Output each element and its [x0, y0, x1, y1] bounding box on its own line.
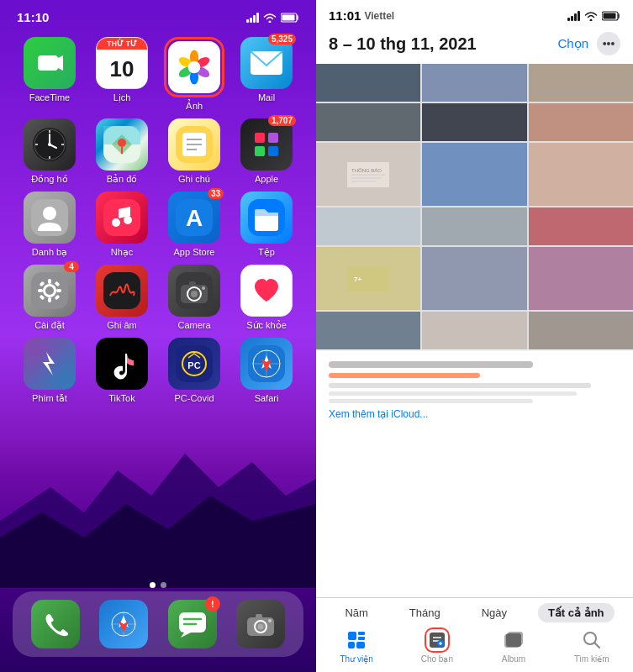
tab-for-you[interactable]: Cho bạn	[421, 627, 453, 664]
tab-bar: Năm Tháng Ngày Tất cả ảnh Thư viện	[316, 597, 633, 672]
svg-point-86	[258, 624, 264, 630]
svg-point-36	[43, 207, 56, 220]
svg-rect-48	[48, 297, 51, 302]
photo-cell-10[interactable]	[316, 207, 420, 245]
app-files[interactable]: Tệp	[234, 192, 299, 258]
tiktok-icon	[96, 338, 148, 390]
app-recorder[interactable]: Ghi âm	[89, 265, 155, 331]
photo-cell-11[interactable]	[422, 207, 526, 245]
tab-day[interactable]: Ngày	[472, 603, 517, 622]
app-apple[interactable]: 1,707 Apple	[234, 118, 299, 185]
contacts-label: Danh bạ	[32, 247, 67, 258]
carrier-right: Viettel	[364, 10, 394, 22]
dock-camera[interactable]	[236, 600, 285, 648]
app-pccovid[interactable]: PC PC-Covid	[161, 338, 227, 404]
app-maps[interactable]: Bản đồ	[89, 118, 155, 185]
pccovid-label: PC-Covid	[174, 393, 214, 403]
dock-messages[interactable]: !	[168, 600, 217, 648]
album-icon	[501, 627, 526, 653]
photo-cell-13[interactable]: 7+	[316, 247, 420, 310]
app-mail[interactable]: 5,325 Mail	[234, 37, 299, 112]
tab-month[interactable]: Tháng	[399, 603, 451, 622]
svg-rect-80	[179, 612, 206, 633]
svg-rect-47	[48, 279, 51, 284]
pccovid-icon: PC	[168, 338, 220, 390]
signal-icon	[246, 13, 259, 23]
notes-label: Ghi chú	[178, 174, 210, 184]
facetime-icon	[24, 37, 76, 89]
health-icon	[240, 265, 293, 317]
svg-point-61	[202, 286, 205, 290]
tab-all[interactable]: Tất cả ảnh	[538, 603, 615, 622]
chon-button[interactable]: Chọn	[557, 36, 588, 51]
photo-cell-7[interactable]: THÔNG BÁO	[316, 143, 420, 206]
tab-selector: Năm Tháng Ngày Tất cả ảnh	[316, 603, 633, 627]
library-icon	[344, 627, 369, 653]
search-label: Tìm kiếm	[574, 654, 609, 664]
calendar-icon: THỨ TƯ 10	[96, 37, 148, 89]
camera-label: Camera	[177, 320, 210, 330]
app-grid: FaceTime THỨ TƯ 10 Lịch	[0, 24, 316, 417]
app-music[interactable]: Nhạc	[89, 192, 155, 258]
photos-date: 8 – 10 thg 11, 2021	[329, 34, 477, 54]
mountain-decoration	[0, 420, 316, 588]
app-tiktok[interactable]: TikTok	[89, 338, 155, 404]
app-camera[interactable]: Camera	[161, 265, 227, 331]
svg-rect-2	[38, 55, 58, 71]
app-facetime[interactable]: FaceTime	[17, 37, 82, 112]
photo-cell-16[interactable]	[316, 312, 420, 349]
camera-dock-icon	[236, 600, 285, 648]
photo-cell-2[interactable]	[422, 64, 526, 102]
news-alert-line	[329, 373, 480, 378]
clock-icon	[24, 118, 76, 171]
photo-cell-17[interactable]	[422, 312, 526, 349]
svg-line-113	[594, 643, 599, 648]
svg-rect-49	[38, 289, 43, 292]
photo-cell-15[interactable]	[529, 247, 633, 310]
app-calendar[interactable]: THỨ TƯ 10 Lịch	[89, 37, 155, 112]
for-you-icon	[425, 627, 450, 653]
app-health[interactable]: Sức khỏe	[234, 265, 299, 331]
photo-cell-6[interactable]	[529, 103, 633, 141]
tab-year[interactable]: Năm	[335, 603, 377, 622]
music-icon	[96, 192, 148, 244]
app-contacts[interactable]: Danh bạ	[17, 192, 82, 258]
tab-album[interactable]: Album	[501, 627, 526, 664]
photo-cell-9[interactable]	[529, 143, 633, 206]
messages-badge: !	[205, 596, 220, 612]
svg-rect-1	[282, 14, 295, 20]
more-button[interactable]: •••	[597, 32, 620, 55]
photo-cell-8[interactable]	[422, 143, 526, 206]
app-appstore[interactable]: 33 A App Store	[161, 192, 227, 258]
files-icon	[240, 192, 293, 244]
photo-cell-18[interactable]	[529, 312, 633, 349]
status-bar-right: 11:01 Viettel	[316, 0, 633, 27]
photo-cell-12[interactable]	[529, 207, 633, 245]
svg-point-46	[45, 286, 54, 295]
dock-safari[interactable]	[99, 600, 148, 648]
app-clock[interactable]: Đồng hồ	[17, 118, 82, 185]
photo-cell-4[interactable]	[316, 103, 420, 141]
svg-rect-34	[268, 146, 278, 156]
news-section: Xem thêm tại iCloud...	[316, 351, 633, 597]
app-photos[interactable]: Ảnh	[161, 37, 227, 112]
news-sub-1	[329, 383, 591, 388]
photo-cell-1[interactable]	[316, 64, 420, 102]
photo-cell-5[interactable]	[422, 103, 526, 141]
news-link[interactable]: Xem thêm tại iCloud...	[329, 408, 620, 420]
dock: !	[13, 591, 303, 657]
news-title	[329, 361, 533, 368]
photo-cell-14[interactable]	[422, 247, 526, 310]
photo-cell-3[interactable]	[529, 64, 633, 102]
tab-library[interactable]: Thư viện	[340, 627, 372, 664]
tab-search[interactable]: Tìm kiếm	[574, 627, 609, 664]
app-safari[interactable]: Safari	[234, 338, 299, 404]
app-settings[interactable]: 4 Cài đặt	[17, 265, 82, 331]
app-notes[interactable]: Ghi chú	[161, 118, 227, 185]
notes-icon	[168, 118, 220, 171]
svg-point-59	[191, 291, 198, 297]
app-shortcuts[interactable]: Phím tắt	[17, 338, 82, 404]
svg-rect-32	[268, 133, 278, 143]
mail-icon: 5,325	[240, 37, 293, 89]
dock-phone[interactable]	[31, 600, 80, 648]
